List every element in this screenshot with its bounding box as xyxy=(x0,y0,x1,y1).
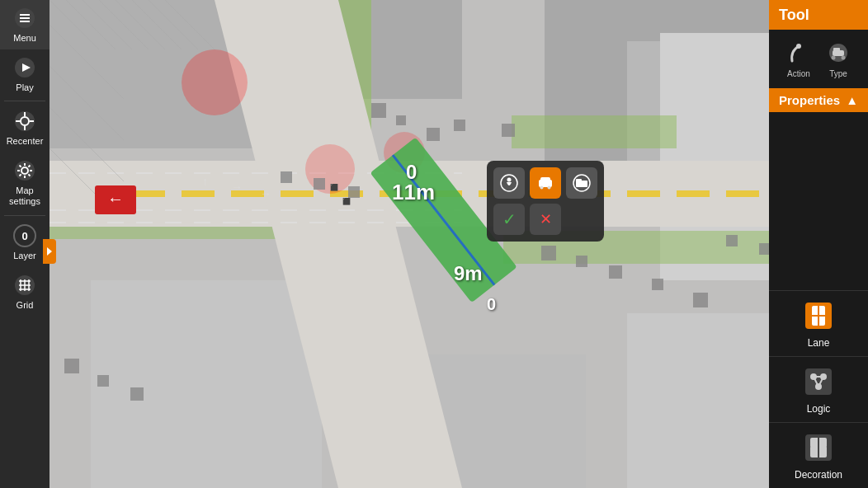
map-settings-label: Map settings xyxy=(0,185,50,207)
svg-point-104 xyxy=(842,56,846,60)
menu-label: Menu xyxy=(13,33,36,43)
popup-btn-pedestrian[interactable] xyxy=(493,167,525,199)
properties-arrow: ▲ xyxy=(846,93,858,107)
layer-label: Layer xyxy=(13,251,36,260)
svg-rect-40 xyxy=(512,115,677,148)
svg-rect-71 xyxy=(314,178,325,190)
type-label: Type xyxy=(829,69,847,78)
svg-rect-70 xyxy=(281,171,292,183)
svg-rect-72 xyxy=(348,186,360,198)
action-label: Action xyxy=(787,69,810,78)
recenter-label: Recenter xyxy=(7,136,44,146)
action-icon xyxy=(785,40,812,66)
svg-rect-78 xyxy=(726,235,738,246)
tool-header: Tool xyxy=(769,0,868,30)
svg-rect-93 xyxy=(540,177,550,182)
svg-rect-35 xyxy=(91,280,322,488)
lane-button[interactable]: Lane xyxy=(769,290,868,356)
svg-point-95 xyxy=(548,186,551,190)
left-sidebar: Menu Play Recenter xyxy=(0,0,50,488)
svg-point-99 xyxy=(796,44,801,49)
menu-button[interactable]: Menu xyxy=(0,0,50,49)
right-panel: Tool Action Type xyxy=(769,0,868,488)
svg-marker-29 xyxy=(47,247,52,256)
lane-icon xyxy=(802,299,835,332)
decoration-button[interactable]: Decoration xyxy=(769,422,868,488)
svg-text:⬛: ⬛ xyxy=(330,183,338,191)
popup-confirm-button[interactable]: ✓ xyxy=(493,204,525,235)
logic-label: Logic xyxy=(807,403,831,415)
logic-icon xyxy=(802,365,835,398)
svg-rect-65 xyxy=(371,103,386,118)
svg-rect-73 xyxy=(541,246,556,260)
map-area[interactable]: ← ↑ → → ⬛ ⬛ 0 11m 9m 0 xyxy=(50,0,860,488)
svg-text:→: → xyxy=(260,187,271,200)
svg-rect-68 xyxy=(454,120,465,131)
grid-icon xyxy=(13,274,36,297)
play-button[interactable]: Play xyxy=(0,49,50,99)
grid-button[interactable]: Grid xyxy=(0,267,50,317)
svg-text:→: → xyxy=(231,181,243,194)
tool-header-label: Tool xyxy=(779,7,809,24)
svg-rect-66 xyxy=(396,115,406,125)
play-label: Play xyxy=(16,82,33,92)
svg-rect-75 xyxy=(609,265,622,279)
svg-text:←: ← xyxy=(107,190,124,208)
tool-popup: ✓ ✕ xyxy=(487,161,604,242)
sidebar-divider-2 xyxy=(4,215,45,216)
svg-point-103 xyxy=(832,56,836,60)
svg-point-94 xyxy=(540,186,544,190)
popup-btn-car[interactable] xyxy=(530,167,561,199)
svg-rect-81 xyxy=(97,375,109,387)
grid-label: Grid xyxy=(17,300,34,310)
svg-rect-69 xyxy=(502,124,515,137)
tool-buttons: Action Type xyxy=(769,30,868,88)
lane-label: Lane xyxy=(808,337,830,349)
svg-point-91 xyxy=(507,178,512,182)
svg-rect-102 xyxy=(833,48,840,52)
svg-rect-74 xyxy=(576,256,587,267)
svg-rect-67 xyxy=(427,128,440,141)
properties-header[interactable]: Properties ▲ xyxy=(769,88,868,112)
svg-rect-76 xyxy=(652,279,663,290)
logic-button[interactable]: Logic xyxy=(769,356,868,422)
popup-bottom-row: ✓ ✕ xyxy=(493,204,597,235)
decoration-label: Decoration xyxy=(795,469,842,481)
type-icon xyxy=(825,40,851,66)
properties-label: Properties xyxy=(779,93,840,107)
recenter-button[interactable]: Recenter xyxy=(0,103,50,152)
popup-top-row xyxy=(493,167,597,199)
svg-rect-82 xyxy=(130,387,144,401)
gear-icon xyxy=(13,159,36,182)
svg-text:⬛: ⬛ xyxy=(342,197,351,205)
svg-text:↑: ↑ xyxy=(202,175,208,188)
popup-btn-truck[interactable] xyxy=(566,167,597,199)
layer-button[interactable]: 0 Layer xyxy=(0,218,50,267)
collapse-arrow[interactable] xyxy=(43,239,56,264)
map-settings-button[interactable]: Map settings xyxy=(0,152,50,214)
svg-rect-109 xyxy=(805,368,832,395)
type-button[interactable]: Type xyxy=(820,36,856,82)
decoration-icon xyxy=(802,431,835,464)
layer-badge: 0 xyxy=(13,224,36,247)
popup-cancel-button[interactable]: ✕ xyxy=(530,204,561,235)
svg-rect-98 xyxy=(576,179,582,183)
svg-rect-77 xyxy=(693,293,708,307)
play-icon xyxy=(13,56,36,79)
sidebar-divider-1 xyxy=(4,101,45,101)
action-button[interactable]: Action xyxy=(781,36,817,82)
svg-rect-80 xyxy=(64,359,79,373)
recenter-icon xyxy=(13,110,36,133)
svg-point-62 xyxy=(182,49,248,115)
menu-icon xyxy=(13,7,36,30)
right-bottom: Lane Logic xyxy=(769,112,868,488)
